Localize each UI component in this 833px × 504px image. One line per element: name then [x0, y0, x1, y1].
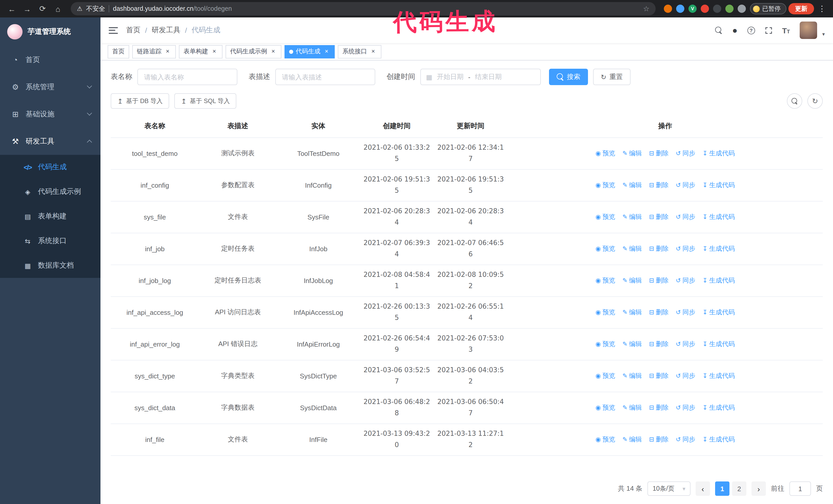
close-icon[interactable]: ×	[370, 48, 377, 55]
sidebar-subitem-codegen[interactable]: </>代码生成	[0, 155, 100, 179]
sidebar-subitem-codegen-demo[interactable]: ◈代码生成示例	[0, 179, 100, 204]
extension-grid[interactable]	[701, 5, 709, 13]
delete-button[interactable]: ⊟删除	[649, 403, 668, 412]
address-bar[interactable]: ⚠ 不安全 dashboard.yudao.iocoder.cn/tool/co…	[71, 2, 656, 16]
sync-button[interactable]: ↺同步	[675, 181, 695, 189]
reset-button[interactable]: ↻ 重置	[593, 69, 630, 85]
tab-codegen[interactable]: 代码生成×	[285, 45, 335, 58]
close-icon[interactable]: ×	[164, 48, 171, 55]
edit-button[interactable]: ✎编辑	[622, 181, 642, 189]
hamburger-icon[interactable]	[109, 27, 118, 33]
next-page-button[interactable]: ›	[752, 481, 766, 496]
delete-button[interactable]: ⊟删除	[649, 244, 668, 253]
extension-leaf[interactable]	[725, 5, 734, 13]
extension-puzzle[interactable]	[738, 5, 746, 13]
breadcrumb-item[interactable]: 研发工具	[152, 26, 181, 35]
sync-button[interactable]: ↺同步	[675, 213, 695, 221]
avatar-caret-icon[interactable]: ▾	[822, 31, 825, 39]
breadcrumb-item[interactable]: 首页	[126, 26, 140, 35]
date-range-picker[interactable]: ▦ 开始日期 - 结束日期	[420, 69, 541, 85]
update-button[interactable]: 更新	[788, 3, 814, 14]
generate-button[interactable]: ↧生成代码	[703, 149, 735, 158]
generate-button[interactable]: ↧生成代码	[703, 403, 735, 412]
table-desc-input[interactable]	[275, 69, 375, 85]
sync-button[interactable]: ↺同步	[675, 308, 695, 317]
github-icon[interactable]: ●	[732, 26, 738, 34]
extension-blue[interactable]	[676, 5, 684, 13]
search-icon[interactable]	[715, 27, 722, 34]
close-icon[interactable]: ×	[211, 48, 218, 55]
search-button[interactable]: 搜索	[549, 69, 588, 85]
edit-button[interactable]: ✎编辑	[622, 213, 642, 221]
goto-page-input[interactable]	[789, 481, 811, 496]
refresh-table-button[interactable]: ↻	[807, 93, 823, 109]
preview-button[interactable]: ◉预览	[595, 371, 615, 380]
sync-button[interactable]: ↺同步	[675, 403, 695, 412]
edit-button[interactable]: ✎编辑	[622, 244, 642, 253]
extension-green-v[interactable]: V	[688, 5, 697, 13]
help-icon[interactable]: ?	[747, 26, 755, 34]
edit-button[interactable]: ✎编辑	[622, 435, 642, 444]
edit-button[interactable]: ✎编辑	[622, 340, 642, 349]
extension-orange[interactable]	[664, 5, 672, 13]
tab-codegen-demo[interactable]: 代码生成示例×	[225, 45, 281, 58]
sync-button[interactable]: ↺同步	[675, 244, 695, 253]
delete-button[interactable]: ⊟删除	[649, 340, 668, 349]
sidebar-subitem-api[interactable]: ⇆系统接口	[0, 229, 100, 253]
delete-button[interactable]: ⊟删除	[649, 276, 668, 285]
app-logo[interactable]: 芋道管理系统	[0, 18, 100, 46]
prev-page-button[interactable]: ‹	[696, 481, 710, 496]
preview-button[interactable]: ◉预览	[595, 149, 615, 158]
browser-menu-icon[interactable]: ⋮	[816, 4, 828, 13]
sync-button[interactable]: ↺同步	[675, 340, 695, 349]
close-icon[interactable]: ×	[270, 48, 277, 55]
edit-button[interactable]: ✎编辑	[622, 149, 642, 158]
sidebar-item-system[interactable]: ⚙系统管理	[0, 73, 100, 100]
toggle-search-button[interactable]	[787, 93, 802, 109]
font-size-icon[interactable]: TT	[782, 26, 790, 34]
back-button[interactable]: ←	[5, 2, 19, 16]
tab-api[interactable]: 系统接口×	[338, 45, 381, 58]
sync-button[interactable]: ↺同步	[675, 435, 695, 444]
preview-button[interactable]: ◉预览	[595, 244, 615, 253]
generate-button[interactable]: ↧生成代码	[703, 181, 735, 189]
delete-button[interactable]: ⊟删除	[649, 308, 668, 317]
breadcrumb-item[interactable]: 代码生成	[192, 26, 220, 35]
generate-button[interactable]: ↧生成代码	[703, 213, 735, 221]
tab-home[interactable]: 首页	[108, 45, 129, 58]
preview-button[interactable]: ◉预览	[595, 403, 615, 412]
preview-button[interactable]: ◉预览	[595, 276, 615, 285]
forward-button[interactable]: →	[21, 2, 34, 16]
reload-button[interactable]: ⟳	[36, 2, 49, 16]
sidebar-item-home[interactable]: ◔首页	[0, 46, 100, 73]
delete-button[interactable]: ⊟删除	[649, 181, 668, 189]
edit-button[interactable]: ✎编辑	[622, 308, 642, 317]
sidebar-item-devtools[interactable]: ⚒研发工具	[0, 128, 100, 155]
table-name-input[interactable]	[137, 69, 237, 85]
edit-button[interactable]: ✎编辑	[622, 403, 642, 412]
generate-button[interactable]: ↧生成代码	[703, 276, 735, 285]
import-db-button[interactable]: ↥ 基于 DB 导入	[111, 93, 169, 109]
paused-badge[interactable]: 已暂停	[750, 3, 786, 14]
tab-form-builder[interactable]: 表单构建×	[179, 45, 222, 58]
sync-button[interactable]: ↺同步	[675, 276, 695, 285]
bookmark-star-icon[interactable]: ☆	[643, 5, 649, 13]
avatar[interactable]	[800, 22, 817, 39]
sidebar-subitem-form-builder[interactable]: ▤表单构建	[0, 204, 100, 229]
fullscreen-icon[interactable]	[765, 26, 772, 34]
preview-button[interactable]: ◉预览	[595, 213, 615, 221]
preview-button[interactable]: ◉预览	[595, 340, 615, 349]
generate-button[interactable]: ↧生成代码	[703, 244, 735, 253]
extension-dark[interactable]	[713, 5, 721, 13]
delete-button[interactable]: ⊟删除	[649, 371, 668, 380]
generate-button[interactable]: ↧生成代码	[703, 308, 735, 317]
preview-button[interactable]: ◉预览	[595, 308, 615, 317]
delete-button[interactable]: ⊟删除	[649, 435, 668, 444]
delete-button[interactable]: ⊟删除	[649, 149, 668, 158]
sync-button[interactable]: ↺同步	[675, 149, 695, 158]
edit-button[interactable]: ✎编辑	[622, 276, 642, 285]
page-2-button[interactable]: 2	[732, 481, 746, 496]
home-button[interactable]: ⌂	[51, 2, 65, 16]
preview-button[interactable]: ◉预览	[595, 181, 615, 189]
generate-button[interactable]: ↧生成代码	[703, 340, 735, 349]
